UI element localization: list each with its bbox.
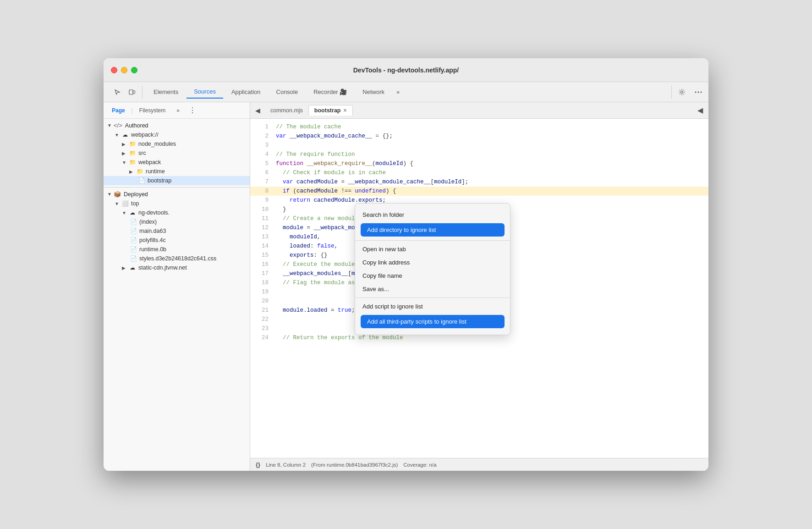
tab-network[interactable]: Network: [355, 86, 392, 98]
styles-label: styles.d3e2b24618d2c641.css: [139, 255, 216, 262]
tree-node-modules[interactable]: ▶ 📁 node_modules: [104, 139, 250, 149]
ctx-add-directory-btn[interactable]: Add directory to ignore list: [361, 223, 505, 237]
toolbar: Elements Sources Application Console Rec…: [104, 82, 708, 102]
main-file-icon: 📄: [129, 227, 137, 235]
webpack-sub-label: webpack: [138, 159, 161, 165]
tree-authored[interactable]: ▼ </> Authored: [104, 121, 250, 130]
static-cdn-cloud-icon: ☁: [128, 264, 137, 271]
node-modules-arrow: ▶: [122, 142, 128, 147]
authored-label: Authored: [125, 122, 148, 129]
top-label: top: [131, 200, 139, 207]
section-divider: [104, 187, 250, 187]
svg-point-2: [681, 91, 683, 93]
tab-console[interactable]: Console: [269, 86, 306, 98]
tab-sources[interactable]: Sources: [187, 85, 223, 99]
node-modules-label: node_modules: [138, 141, 176, 147]
titlebar: DevTools - ng-devtools.netlify.app/: [104, 58, 708, 82]
main-label: main.da63: [139, 228, 166, 234]
file-tree: ▼ </> Authored ▼ ☁ webpack:// ▶ 📁 node_m…: [104, 119, 250, 471]
ctx-search-folder[interactable]: Search in folder: [355, 208, 510, 221]
bootstrap-label: bootstrap: [148, 177, 171, 184]
webpack-folder-icon: 📁: [128, 159, 137, 166]
styles-file-icon: 📄: [129, 255, 137, 262]
runtime-arrow: ▶: [129, 169, 136, 174]
sidebar-header: Page | Filesystem » ⋮: [104, 102, 250, 119]
toolbar-right: [671, 86, 705, 99]
webpack-sub-arrow: ▼: [122, 160, 128, 165]
tree-top[interactable]: ▼ ⬜ top: [104, 199, 250, 208]
more-tabs-button[interactable]: »: [393, 87, 403, 97]
svg-rect-1: [133, 91, 135, 94]
ctx-add-third-party-btn[interactable]: Add all third-party scripts to ignore li…: [361, 315, 505, 328]
devtools-window: DevTools - ng-devtools.netlify.app/ Elem…: [104, 58, 708, 471]
tree-bootstrap[interactable]: 📄 bootstrap: [104, 176, 250, 185]
nav-tabs: Elements Sources Application Console Rec…: [146, 85, 671, 99]
runtime-file-icon: 📄: [129, 246, 137, 253]
sidebar-tab-page[interactable]: Page: [107, 105, 130, 116]
polyfills-label: polyfills.4c: [139, 237, 166, 243]
settings-icon[interactable]: [675, 86, 688, 99]
tree-webpack-sub[interactable]: ▼ 📁 webpack: [104, 158, 250, 167]
index-label: (index): [139, 219, 157, 225]
polyfills-file-icon: 📄: [129, 237, 137, 244]
ctx-open-new-tab[interactable]: Open in new tab: [355, 242, 510, 256]
tree-runtime[interactable]: ▶ 📁 runtime: [104, 167, 250, 176]
authored-arrow: ▼: [107, 123, 114, 128]
index-file-icon: 📄: [129, 218, 137, 226]
src-arrow: ▶: [122, 151, 128, 156]
ctx-copy-file-name[interactable]: Copy file name: [355, 269, 510, 282]
tree-webpack-root[interactable]: ▼ ☁ webpack://: [104, 130, 250, 139]
src-folder-icon: 📁: [128, 149, 137, 157]
deployed-label: Deployed: [124, 191, 148, 198]
static-cdn-label: static-cdn.jtvnw.net: [138, 264, 187, 271]
traffic-lights: [111, 67, 137, 73]
tab-elements[interactable]: Elements: [146, 86, 186, 98]
ctx-add-script-ignore[interactable]: Add script to ignore list: [355, 300, 510, 313]
ctx-copy-link[interactable]: Copy link address: [355, 256, 510, 269]
bootstrap-spacer: [129, 177, 136, 184]
runtime-folder-icon: 📁: [136, 168, 144, 175]
top-arrow: ▼: [115, 201, 121, 206]
tab-application[interactable]: Application: [224, 86, 268, 98]
ctx-save-as[interactable]: Save as...: [355, 282, 510, 296]
sidebar: Page | Filesystem » ⋮ ▼ </> Authored ▼ ☁…: [104, 102, 250, 471]
deployed-arrow: ▼: [107, 192, 114, 197]
top-frame-icon: ⬜: [121, 200, 129, 207]
tree-index[interactable]: 📄 (index): [104, 217, 250, 226]
tree-main[interactable]: 📄 main.da63: [104, 226, 250, 236]
svg-point-5: [701, 91, 702, 93]
tree-ng-devtools[interactable]: ▼ ☁ ng-devtools.: [104, 208, 250, 217]
tree-styles[interactable]: 📄 styles.d3e2b24618d2c641.css: [104, 254, 250, 263]
runtime-file-label: runtime.0b: [139, 246, 166, 253]
device-toggle-icon[interactable]: [126, 86, 138, 99]
minimize-button[interactable]: [121, 67, 127, 73]
tree-static-cdn[interactable]: ▶ ☁ static-cdn.jtvnw.net: [104, 263, 250, 272]
toolbar-icons: [107, 86, 143, 99]
sidebar-tab-filesystem[interactable]: Filesystem: [135, 105, 170, 116]
window-title: DevTools - ng-devtools.netlify.app/: [353, 66, 459, 74]
tree-deployed[interactable]: ▼ 📦 Deployed: [104, 189, 250, 199]
static-cdn-arrow: ▶: [122, 265, 128, 270]
sidebar-tab-more[interactable]: »: [172, 105, 184, 116]
tree-src[interactable]: ▶ 📁 src: [104, 149, 250, 158]
more-options-icon[interactable]: [692, 86, 705, 99]
tree-polyfills[interactable]: 📄 polyfills.4c: [104, 236, 250, 245]
webpack-arrow: ▼: [115, 132, 121, 138]
cursor-icon[interactable]: [111, 86, 124, 99]
sidebar-menu-button[interactable]: ⋮: [186, 105, 199, 116]
webpack-label: webpack://: [131, 132, 159, 138]
tree-runtime-file[interactable]: 📄 runtime.0b: [104, 245, 250, 254]
folder-icon: 📁: [128, 140, 137, 148]
tab-recorder[interactable]: Recorder 🎥: [306, 86, 354, 98]
svg-point-3: [695, 91, 697, 93]
svg-rect-0: [129, 90, 133, 94]
maximize-button[interactable]: [131, 67, 137, 73]
sidebar-divider: |: [132, 107, 133, 114]
context-menu: Search in folder Add directory to ignore…: [355, 203, 510, 335]
context-menu-overlay[interactable]: Search in folder Add directory to ignore…: [250, 102, 708, 471]
close-button[interactable]: [111, 67, 117, 73]
ng-devtools-arrow: ▼: [122, 210, 128, 215]
runtime-label: runtime: [146, 168, 165, 175]
cloud-icon: ☁: [121, 131, 129, 138]
main-content: Page | Filesystem » ⋮ ▼ </> Authored ▼ ☁…: [104, 102, 708, 471]
